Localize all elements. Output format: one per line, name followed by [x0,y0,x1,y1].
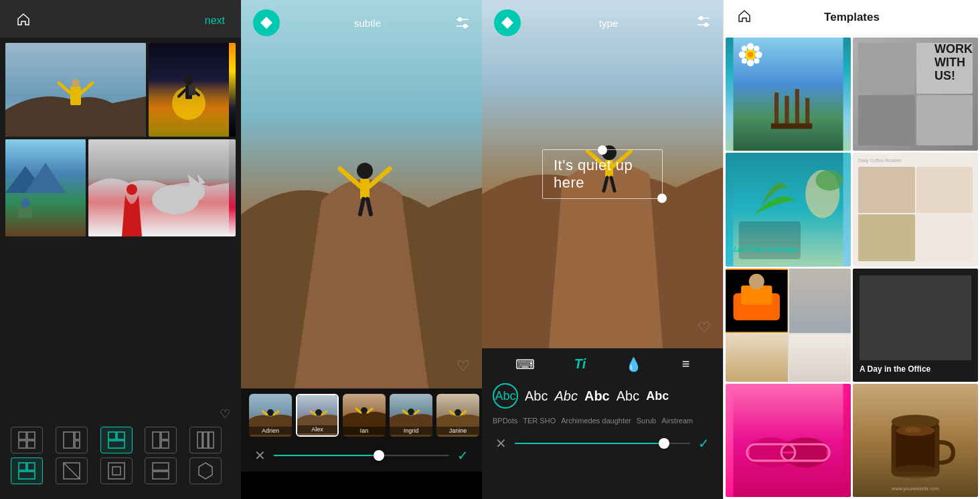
svg-rect-25 [19,441,26,448]
svg-line-74 [450,411,455,415]
svg-point-105 [816,170,843,191]
heart-row: ♡ [11,407,230,421]
cancel-button-3[interactable]: ✕ [495,435,507,451]
svg-rect-27 [64,432,74,448]
drag-handle-bottom[interactable] [657,194,667,203]
filter-alex[interactable]: Alex [296,394,339,437]
color-drop-icon[interactable]: 💧 [625,356,642,372]
layout-3col[interactable] [189,427,222,453]
font-samples-row: Abc Abc Abc Abc Abc Abc [482,378,723,414]
font-tag-airstream[interactable]: Airstream [661,417,693,425]
text-overlay[interactable]: It's quiet up here [542,149,663,199]
template-cell-8[interactable]: www.yourwebsite.com [853,384,978,497]
template-cell-1[interactable] [726,38,851,151]
home-icon-dark [737,9,752,23]
photo-cell-4 [88,139,236,236]
template-cell-7[interactable] [726,384,851,497]
font-sample-5[interactable]: Abc [646,389,669,403]
filter-adrien[interactable]: Adrien [249,394,292,437]
screen4-header: Templates [724,0,980,35]
confirm-button-3[interactable]: ✓ [698,435,710,451]
keyboard-icon[interactable]: ⌨ [515,356,535,372]
svg-point-15 [21,198,30,208]
align-icon[interactable]: ≡ [682,356,690,372]
font-style-icon[interactable]: Ti [574,356,586,372]
filter-ingrid[interactable]: Ingrid [390,394,432,437]
template-cell-3[interactable]: Last Time in Europe [726,153,851,266]
layout-bottom-heavy[interactable] [11,457,43,484]
svg-rect-111 [733,384,843,497]
template-cell-6[interactable]: A Day in the Office [853,269,978,382]
templates-title: Templates [824,11,880,24]
svg-line-68 [356,409,361,413]
font-tag-archimedes[interactable]: Archimedes daughter [561,417,631,425]
svg-point-52 [464,25,467,28]
svg-point-7 [184,75,193,84]
screen1-header: next [0,0,241,38]
font-sample-2[interactable]: Abc [554,388,577,404]
font-tag-bpdots[interactable]: BPDots [493,417,517,425]
photo-illustration-2 [149,43,229,137]
text-size-slider[interactable] [515,443,690,444]
svg-line-66 [322,411,327,415]
screen4-home-icon[interactable] [737,9,752,26]
layout-left-big[interactable] [56,427,88,453]
svg-marker-48 [199,463,212,479]
svg-rect-26 [27,441,35,448]
font-sample-3[interactable]: Abc [584,388,610,404]
svg-line-75 [461,411,466,415]
font-sample-1[interactable]: Abc [525,388,548,404]
main-photo: ♡ [241,0,482,388]
diamond-logo-icon-2 [500,15,515,30]
layout-complex[interactable] [189,457,222,484]
home-icon[interactable] [16,12,31,29]
type-logo-button[interactable] [494,9,521,36]
template-cell-2[interactable]: WORKWITHUS! [853,38,978,151]
layout-square-center[interactable] [100,457,133,484]
template-cell-5[interactable] [726,269,851,382]
svg-point-19 [186,182,205,201]
favorite-icon[interactable]: ♡ [220,407,230,421]
grid-row-2 [5,139,236,236]
screen2-footer: ✕ ✓ [241,442,482,472]
next-button[interactable]: next [205,15,225,27]
font-tag-tersho[interactable]: TER SHO [523,417,556,425]
font-sample-selected[interactable]: Abc [493,383,518,409]
main-photo-illustration [241,0,482,388]
intensity-slider[interactable] [274,455,449,456]
svg-rect-37 [203,432,208,448]
font-tag-surub[interactable]: Surub [637,417,656,425]
filter-strip: Adrien Alex Ian [241,388,482,442]
type-adjust-icon[interactable] [696,15,711,30]
drag-handle-top[interactable] [598,145,607,155]
layout-active[interactable] [100,427,133,453]
photo-cell-1 [5,43,146,137]
layout-2x2[interactable] [11,427,43,453]
template-7-illustration [726,384,851,497]
svg-rect-16 [19,208,32,218]
svg-rect-47 [153,472,169,479]
svg-point-125 [904,427,921,432]
screen2-heart-icon[interactable]: ♡ [457,358,470,375]
filter-janine[interactable]: Janine [436,394,479,437]
template-cell-4[interactable]: Daily Coffee Roaster [853,153,978,266]
layout-icons-row2 [11,457,230,484]
layout-diagonal[interactable] [56,457,88,484]
font-sample-4[interactable]: Abc [617,388,639,404]
confirm-button[interactable]: ✓ [457,447,469,464]
adjust-icon[interactable] [455,17,470,29]
filter-logo-button[interactable] [253,9,280,36]
svg-line-62 [262,411,267,415]
filter-ian[interactable]: Ian [343,394,386,437]
cancel-button[interactable]: ✕ [254,447,266,464]
screen3-heart-icon[interactable]: ♡ [698,319,711,336]
svg-rect-92 [771,123,813,129]
filter-mode-label: subtle [354,17,381,29]
svg-point-67 [361,407,368,414]
layout-horizontal[interactable] [145,457,177,484]
day-in-office-text: A Day in the Office [860,364,971,375]
layout-right-panel[interactable] [145,427,177,453]
overlay-text[interactable]: It's quiet up here [554,157,633,191]
daily-coffee-label: Daily Coffee Roaster [858,158,973,163]
svg-point-22 [127,184,137,195]
